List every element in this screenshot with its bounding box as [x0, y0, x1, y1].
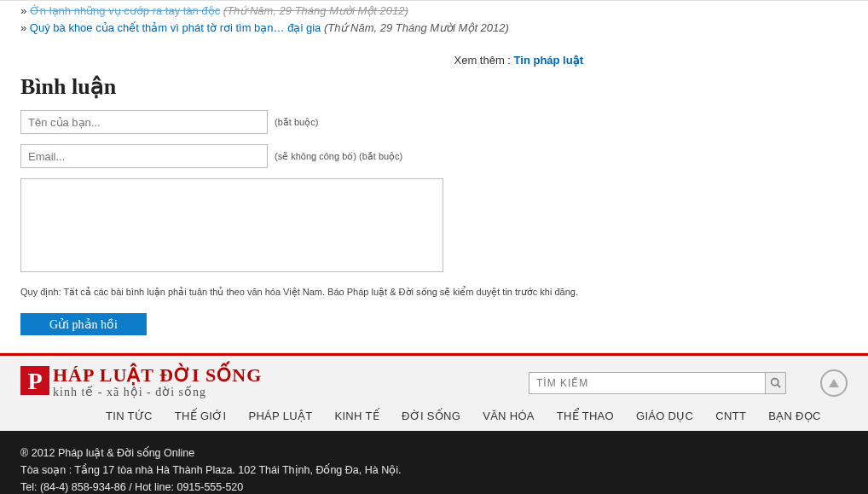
- bullet: »: [20, 4, 26, 17]
- chevron-up-icon: [828, 378, 840, 388]
- name-input[interactable]: [20, 110, 268, 134]
- see-more-prefix: Xem thêm :: [454, 54, 514, 67]
- nav-cntt[interactable]: CNTT: [715, 410, 746, 422]
- related-link[interactable]: Ớn lạnh những vụ cướp ra tay tàn độc: [30, 4, 220, 17]
- related-date: (Thứ Năm, 29 Tháng Mười Một 2012): [324, 21, 509, 34]
- footer-nav: TIN TỨC THẾ GIỚI PHÁP LUẬT KINH TẾ ĐỜI S…: [0, 404, 868, 431]
- related-item: » Ớn lạnh những vụ cướp ra tay tàn độc (…: [20, 3, 848, 20]
- address: Tòa soạn : Tầng 17 tòa nhà Hà Thành Plaz…: [20, 462, 848, 479]
- name-row: (bắt buộc): [20, 110, 848, 134]
- nav-the-gioi[interactable]: THẾ GIỚI: [175, 410, 227, 422]
- nav-giao-duc[interactable]: GIÁO DỤC: [636, 410, 693, 422]
- article-area: » Ớn lạnh những vụ cướp ra tay tàn độc (…: [0, 0, 868, 353]
- related-date: (Thứ Năm, 29 Tháng Mười Một 2012): [223, 4, 408, 17]
- logo-subtitle: kinh tế - xã hội - đời sống: [53, 385, 262, 399]
- name-hint: (bắt buộc): [275, 117, 318, 128]
- nav-ban-doc[interactable]: BẠN ĐỌC: [768, 410, 821, 422]
- logo-mark: P: [20, 366, 49, 395]
- svg-point-0: [772, 379, 778, 386]
- search-icon: [770, 377, 781, 388]
- submit-button[interactable]: Gửi phản hồi: [20, 313, 147, 335]
- see-more-link[interactable]: Tin pháp luật: [514, 54, 583, 67]
- email-row: (sẽ không công bố) (bắt buộc): [20, 144, 848, 168]
- related-item: » Quý bà khoe của chết thảm vì phát tờ r…: [20, 20, 848, 37]
- search-button[interactable]: [766, 372, 786, 394]
- svg-marker-2: [829, 379, 839, 387]
- nav-doi-song[interactable]: ĐỜI SỐNG: [402, 410, 460, 422]
- logo[interactable]: P háp luật đời sống kinh tế - xã hội - đ…: [20, 366, 262, 399]
- copyright: ® 2012 Pháp luật & Đời sống Online: [20, 445, 848, 462]
- comment-heading: Bình luận: [20, 73, 848, 100]
- footer-header: P háp luật đời sống kinh tế - xã hội - đ…: [0, 356, 868, 404]
- nav-tin-tuc[interactable]: TIN TỨC: [106, 410, 153, 422]
- message-row: [20, 178, 848, 275]
- nav-phap-luat[interactable]: PHÁP LUẬT: [248, 410, 312, 422]
- nav-kinh-te[interactable]: KINH TẾ: [334, 410, 379, 422]
- search-group: [529, 372, 786, 394]
- scroll-top-button[interactable]: [820, 369, 848, 397]
- comment-rule: Quy định: Tất cả các bài bình luận phải …: [20, 287, 848, 298]
- related-links: » Ớn lạnh những vụ cướp ra tay tàn độc (…: [20, 1, 848, 37]
- footer-info: ® 2012 Pháp luật & Đời sống Online Tòa s…: [0, 431, 868, 494]
- message-textarea[interactable]: [20, 178, 443, 272]
- tel: Tel: (84-4) 858-934-86 / Hot line: 0915-…: [20, 479, 848, 494]
- footer: P háp luật đời sống kinh tế - xã hội - đ…: [0, 353, 868, 494]
- logo-title: háp luật đời sống: [53, 366, 262, 385]
- email-hint: (sẽ không công bố) (bắt buộc): [275, 151, 402, 162]
- related-link[interactable]: Quý bà khoe của chết thảm vì phát tờ rơi…: [30, 21, 321, 34]
- svg-line-1: [778, 385, 780, 387]
- search-input[interactable]: [529, 372, 766, 394]
- nav-the-thao[interactable]: THỂ THAO: [557, 410, 614, 422]
- email-input[interactable]: [20, 144, 268, 168]
- bullet: »: [20, 21, 26, 34]
- nav-van-hoa[interactable]: VĂN HÓA: [483, 410, 535, 422]
- see-more: Xem thêm : Tin pháp luật: [20, 54, 848, 67]
